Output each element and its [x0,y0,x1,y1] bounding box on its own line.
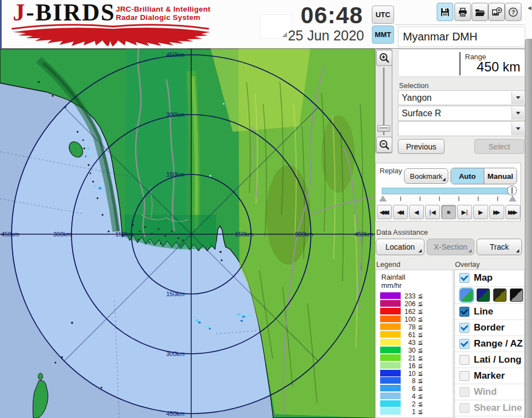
help-icon: ? [508,7,519,18]
utc-button[interactable]: UTC [372,6,394,24]
help-button[interactable]: ? [505,3,521,21]
site-combo-arrow[interactable] [511,91,524,104]
fast-forward-button[interactable]: ▶▶ [489,205,504,219]
jbirds-window: J-BIRDS JRC-Brilliant & Intelligent Rada… [0,0,532,418]
legend-color-swatch [380,292,401,299]
step-forward-button[interactable]: ▶| [457,205,472,219]
replay-range-start-marker[interactable] [379,195,387,202]
auto-button[interactable]: Auto [451,168,484,184]
replay-slider-track[interactable] [382,188,513,194]
slider-tick [420,197,421,201]
overlay-item-label: Lati / Long [474,354,521,365]
checkbox[interactable] [459,403,469,413]
radar-map[interactable]: 450km300km150km150km300km450km450km300km… [0,49,375,418]
panel-collapse-arrow[interactable]: ◄ [526,4,532,11]
location-button[interactable]: Location [376,239,424,255]
product-combo[interactable]: Surface R [398,106,525,121]
legend-color-swatch [380,331,401,338]
style-navy-green-swatch[interactable] [477,288,490,302]
ring-label: 450km [1,231,19,238]
option-combo-arrow[interactable] [511,122,524,135]
rain-echo [183,278,185,280]
seek-start-button[interactable]: ◀◀◀ [377,205,392,219]
save-button[interactable] [437,3,453,21]
rain-echo [99,187,101,189]
checkbox[interactable] [459,339,469,349]
manual-button[interactable]: Manual [484,168,517,184]
legend-row: 78≦ [376,323,453,331]
track-button[interactable]: Track [477,239,522,255]
overlay-item-shear-line[interactable]: Shear Line [455,400,524,416]
zoom-out-button[interactable] [376,137,392,153]
select-button[interactable]: Select [474,139,524,154]
legend-value: 10 [400,370,416,378]
style-dark-olive-swatch[interactable] [493,288,507,302]
replay-range-end-marker[interactable] [509,195,516,202]
style-blue-green-swatch[interactable] [460,288,473,302]
bookmark-button[interactable]: Bookmark [404,168,448,184]
legend-value: 30 [400,347,416,354]
legend-row: 100≦ [376,316,453,323]
checkbox[interactable] [459,371,469,381]
checkbox[interactable] [459,273,469,283]
legend-value: 8 [400,377,416,385]
product-combo-arrow[interactable] [511,107,524,120]
slider-tick [478,197,479,201]
play-button[interactable]: ▶ [473,205,488,219]
overlay-item-lati-long[interactable]: Lati / Long [455,352,524,368]
legend-value: 162 [400,308,416,316]
seek-end-button[interactable]: ▶▶▶ [505,205,520,219]
zoom-slider-thumb[interactable] [377,125,390,132]
legend-value: 16 [400,362,416,370]
replay-slider-thumb[interactable] [507,185,517,195]
previous-button[interactable]: Previous [398,139,444,154]
site-combo[interactable]: Yangon [398,90,525,105]
legend-row: 233≦ [376,292,453,300]
site-combo-value: Yangon [402,93,432,102]
legend-leq-sign: ≦ [418,347,423,354]
mmt-button[interactable]: MMT [372,25,394,44]
overlay-item-label: Line [474,306,493,317]
xsection-button[interactable]: X-Section [427,239,474,255]
stop-button[interactable]: ■ [441,205,456,219]
option-combo[interactable] [398,121,525,136]
rain-echo [209,328,211,329]
legend-title-1: Rainfall [381,273,405,281]
slider-tick [497,197,498,201]
overlay-item-line[interactable]: Line [455,304,524,320]
overlay-item-label: Map [474,272,493,283]
checkbox[interactable] [459,355,469,365]
overlay-item-border[interactable]: Border [455,320,524,336]
save-icon [439,7,451,18]
panel-divider [395,24,524,25]
play-reverse-button[interactable]: ◀ [409,205,424,219]
legend-color-swatch [380,377,401,384]
snapshot-button[interactable] [488,3,505,21]
checkbox[interactable] [459,323,469,333]
fast-rewind-button[interactable]: ◀◀ [393,205,408,219]
legend-value: 2 [400,400,416,408]
legend-color-swatch [380,339,401,345]
zoom-in-button[interactable] [376,50,392,66]
style-black-gray-swatch[interactable] [510,288,523,302]
overlay-item-range-az[interactable]: Range / AZ [455,336,524,352]
overlay-item-marker[interactable]: Marker [455,368,524,384]
rain-echo [101,183,103,185]
step-back-button[interactable]: |◀ [425,205,440,219]
legend-color-swatch [380,300,401,307]
rain-echo [206,326,209,328]
overlay-item-wind[interactable]: Wind [455,384,524,400]
overlay-item-label: Range / AZ [474,338,523,349]
overlay-item-map[interactable]: Map [455,270,524,287]
checkbox[interactable] [459,387,469,397]
panel-collapse-strip[interactable] [525,39,532,418]
product-combo-value: Surface R [402,109,441,118]
replay-panel: Replay Bookmark Auto Manual ◀◀◀◀◀◀|◀■▶|▶… [375,163,521,221]
legend-color-swatch [380,370,401,376]
print-button[interactable] [454,3,471,21]
legend-row: 21≦ [376,354,453,362]
data-assistance-label: Data Assistance [376,228,428,236]
open-folder-button[interactable] [472,3,488,21]
legend-leq-sign: ≦ [418,408,423,415]
checkbox[interactable] [459,307,469,317]
